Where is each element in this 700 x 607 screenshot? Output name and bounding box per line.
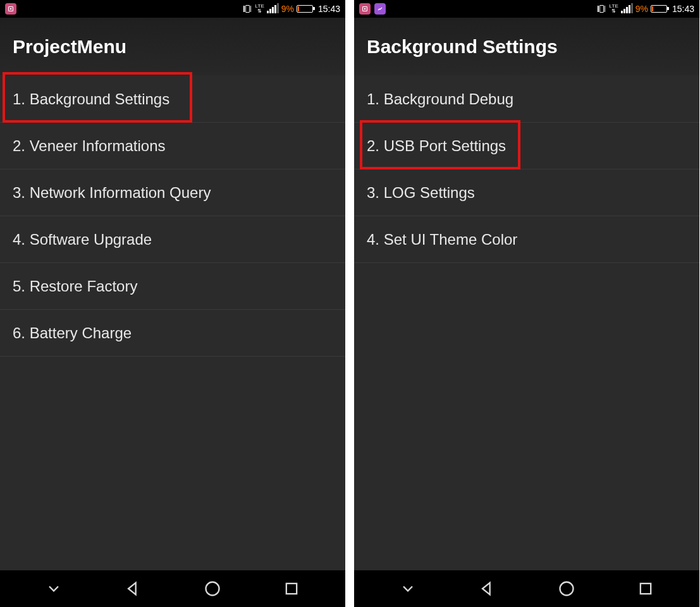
nav-home-button[interactable] — [549, 576, 584, 601]
svg-marker-3 — [128, 583, 136, 595]
menu-item-label: 2. Veneer Informations — [13, 137, 165, 155]
status-left — [359, 3, 386, 15]
svg-point-4 — [206, 582, 219, 596]
page-title: ProjectMenu — [13, 36, 126, 58]
signal-bars-icon — [621, 4, 633, 13]
svg-rect-5 — [286, 584, 297, 594]
menu-item-battery-charge[interactable]: 6. Battery Charge — [0, 310, 345, 357]
status-clock: 15:43 — [318, 4, 340, 14]
menu-item-network-information-query[interactable]: 3. Network Information Query — [0, 169, 345, 216]
menu-list: 1. Background Debug 2. USB Port Settings… — [354, 76, 699, 263]
status-right: LTE ⇅ 9% 15:43 — [598, 4, 694, 14]
menu-item-background-settings[interactable]: 1. Background Settings — [0, 76, 345, 123]
svg-point-10 — [560, 582, 573, 596]
menu-item-label: 1. Background Debug — [367, 90, 513, 108]
screen-header: Background Settings — [354, 18, 699, 76]
nav-back-button[interactable] — [115, 576, 150, 601]
phone-right: LTE ⇅ 9% 15:43 Background Settings 1. Ba… — [354, 0, 699, 607]
nav-recent-button[interactable] — [274, 576, 309, 601]
menu-item-set-ui-theme-color[interactable]: 4. Set UI Theme Color — [354, 216, 699, 263]
status-clock: 15:43 — [672, 4, 694, 14]
nav-hide-keyboard-button[interactable] — [390, 576, 426, 601]
menu-item-log-settings[interactable]: 3. LOG Settings — [354, 169, 699, 216]
network-lte-icon: LTE ⇅ — [255, 4, 264, 14]
nav-back-button[interactable] — [469, 576, 505, 601]
battery-percentage: 9% — [636, 4, 648, 14]
nav-hide-keyboard-button[interactable] — [36, 576, 71, 601]
menu-item-software-upgrade[interactable]: 4. Software Upgrade — [0, 216, 345, 263]
vibrate-icon — [598, 5, 605, 13]
status-bar: LTE ⇅ 9% 15:43 — [354, 0, 699, 18]
menu-item-label: 3. LOG Settings — [367, 184, 475, 202]
menu-list: 1. Background Settings 2. Veneer Informa… — [0, 76, 345, 357]
screen-header: ProjectMenu — [0, 18, 345, 76]
menu-item-label: 4. Software Upgrade — [13, 231, 152, 248]
nav-bar — [354, 570, 699, 607]
menu-item-label: 4. Set UI Theme Color — [367, 231, 517, 248]
battery-percentage: 9% — [281, 4, 294, 14]
menu-item-restore-factory[interactable]: 5. Restore Factory — [0, 263, 345, 310]
status-right: LTE ⇅ 9% 15:43 — [243, 4, 340, 14]
nav-home-button[interactable] — [195, 576, 230, 601]
page-title: Background Settings — [367, 36, 558, 58]
svg-marker-9 — [482, 583, 490, 595]
svg-rect-11 — [641, 584, 651, 594]
nav-bar — [0, 570, 345, 607]
battery-icon — [297, 5, 313, 13]
menu-item-label: 3. Network Information Query — [13, 184, 211, 202]
nav-recent-button[interactable] — [628, 576, 663, 601]
status-left — [5, 3, 16, 15]
menu-item-label: 1. Background Settings — [13, 90, 169, 108]
dual-phone-container: LTE ⇅ 9% 15:43 ProjectMenu 1. Background… — [0, 0, 700, 607]
menu-item-label: 2. USB Port Settings — [367, 137, 506, 155]
status-bar: LTE ⇅ 9% 15:43 — [0, 0, 345, 18]
notification-app-icon — [359, 3, 371, 15]
menu-item-label: 5. Restore Factory — [13, 278, 137, 295]
battery-icon — [651, 5, 667, 13]
menu-item-label: 6. Battery Charge — [13, 324, 132, 342]
menu-item-usb-port-settings[interactable]: 2. USB Port Settings — [354, 123, 699, 169]
notification-app-icon-2 — [374, 3, 386, 15]
notification-app-icon — [5, 3, 16, 15]
network-lte-icon: LTE ⇅ — [609, 4, 618, 14]
menu-item-veneer-informations[interactable]: 2. Veneer Informations — [0, 123, 345, 169]
phone-left: LTE ⇅ 9% 15:43 ProjectMenu 1. Background… — [0, 0, 345, 607]
signal-bars-icon — [267, 4, 279, 13]
vibrate-icon — [243, 5, 251, 13]
menu-item-background-debug[interactable]: 1. Background Debug — [354, 76, 699, 123]
